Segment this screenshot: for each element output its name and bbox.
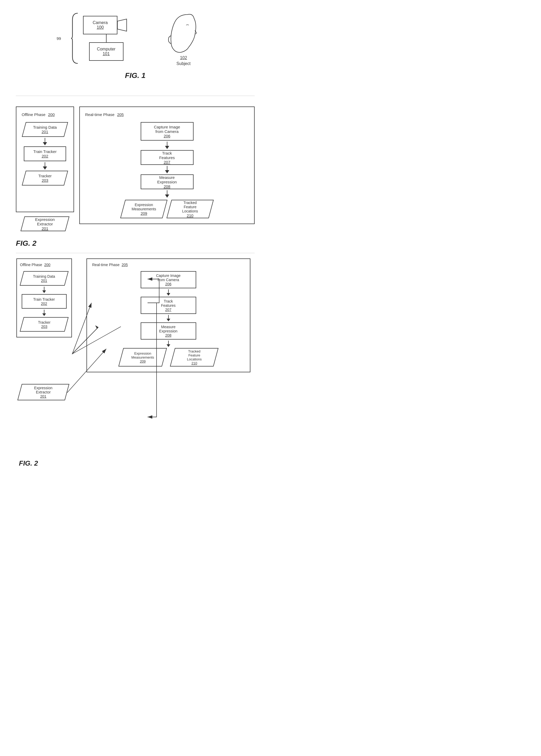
measure-expression-box: MeasureExpression 208 xyxy=(141,174,194,189)
track-features-label: TrackFeatures xyxy=(159,151,175,160)
expr-meas-item: ExpressionMeasurements 209 xyxy=(121,348,165,367)
computer-box: Computer 101 xyxy=(89,42,124,61)
realtime-phase-box: Real-time Phase 205 Capture Imagefrom Ca… xyxy=(79,107,255,224)
arrow-training-to-train xyxy=(43,138,47,145)
training-data-label: Training Data xyxy=(33,125,57,129)
train-tracker-pos: Train Tracker 202 xyxy=(22,294,67,309)
fig1-title: FIG. 1 xyxy=(125,71,146,80)
realtime-phase-label: Real-time Phase xyxy=(85,112,115,117)
expression-measurements-shape: ExpressionMeasurements 209 xyxy=(120,200,168,218)
camera-box: Camera 100 xyxy=(83,16,117,34)
fig1-diagram: 99 Camera 100 xyxy=(70,11,201,66)
realtime-items: Capture Imagefrom Camera 206 TrackFeatur… xyxy=(85,122,249,218)
train-tracker-label: Train Tracker xyxy=(33,149,57,154)
tf-num: 207 xyxy=(165,308,171,312)
rt-flow: Capture Imagefrom Camera 206 TrackFeatur… xyxy=(92,271,245,367)
tt-lbl: Train Tracker xyxy=(33,297,55,302)
svg-marker-0 xyxy=(117,19,127,31)
arrow2 xyxy=(20,310,68,316)
brace-icon xyxy=(70,12,80,65)
offline-title-row: Offline Phase 200 xyxy=(22,112,68,117)
fig2-title: FIG. 2 xyxy=(16,231,74,248)
camera-computer-stack: Camera 100 Computer 101 xyxy=(83,16,129,61)
arrow-measure-to-outputs xyxy=(165,190,169,198)
tracked-feature-locations-shape: TrackedFeatureLocations 210 xyxy=(167,200,214,218)
training-data-number: 201 xyxy=(33,129,57,134)
tracker-label: Tracker xyxy=(38,174,52,178)
connector-v xyxy=(106,34,107,42)
realtime-title-row: Real-time Phase 205 xyxy=(85,112,249,117)
train-tracker-number: 202 xyxy=(42,154,48,158)
expression-extractor-area: ExpressionExtractor 201 xyxy=(16,216,74,231)
td-lbl: Training Data xyxy=(33,274,55,279)
em-shape: ExpressionMeasurements 209 xyxy=(118,348,167,367)
fig2-full-layout: Offline Phase 200 Training Data 201 Trai… xyxy=(16,258,255,475)
ci-num: 206 xyxy=(165,282,171,286)
brace-group: 99 Camera 100 xyxy=(70,12,129,65)
tr-lbl: Tracker xyxy=(38,320,50,325)
arrow-tf-me xyxy=(167,315,170,321)
tracked-feature-locations-item: TrackedFeatureLocations 210 xyxy=(169,200,211,218)
brace-number: 99 xyxy=(57,36,61,41)
divider xyxy=(16,96,255,96)
measure-expression-pos: MeasureExpression 208 xyxy=(141,322,196,340)
expr-ext-positioned: ExpressionExtractor 201 xyxy=(20,384,67,400)
training-data-shape: Training Data 201 xyxy=(22,122,68,137)
rt-num-pos: 205 xyxy=(122,263,128,267)
arrow-train-to-tracker xyxy=(43,162,47,170)
train-tracker-box: Train Tracker 202 xyxy=(24,146,66,161)
td-num: 201 xyxy=(33,279,55,283)
expression-measurements-number: 209 xyxy=(132,211,156,216)
offline-items: Training Data 201 Train Tracker 202 xyxy=(22,122,68,185)
arrow-me-out xyxy=(167,341,170,347)
capture-image-box: Capture Imagefrom Camera 206 xyxy=(141,122,194,140)
arrow-ci-tf xyxy=(167,289,170,296)
fig1-container: 99 Camera 100 xyxy=(16,11,255,80)
capture-image-label: Capture Imagefrom Camera xyxy=(154,125,180,134)
tracked-feature-locations-label: TrackedFeatureLocations xyxy=(182,200,198,213)
right-column: Real-time Phase 205 Capture Imagefrom Ca… xyxy=(79,107,255,248)
tfl-num: 210 xyxy=(187,361,202,365)
subject-label: Subject xyxy=(176,61,190,66)
tfl-shape: TrackedFeatureLocations 210 xyxy=(170,348,219,367)
computer-number: 101 xyxy=(103,52,110,56)
tracker-para-pos: Tracker 203 xyxy=(20,317,69,332)
offline-phase-label: Offline Phase xyxy=(22,112,46,117)
fig2-container: Offline Phase 200 Training Data 201 xyxy=(16,107,255,248)
rt-label-pos: Real-time Phase xyxy=(92,263,120,267)
ee-num: 201 xyxy=(34,394,52,398)
head-profile-icon xyxy=(166,11,201,56)
output-row: ExpressionMeasurements 209 TrackedFeatur… xyxy=(121,348,216,367)
camera-number: 100 xyxy=(97,25,104,30)
tr-num: 203 xyxy=(38,325,50,329)
track-features-box: TrackFeatures 207 xyxy=(141,150,194,165)
track-features-pos: TrackFeatures 207 xyxy=(141,297,196,314)
capture-image-pos: Capture Imagefrom Camera 206 xyxy=(141,271,196,288)
expression-measurements-item: ExpressionMeasurements 209 xyxy=(123,200,165,218)
offline-phase-number: 200 xyxy=(48,112,55,117)
offline-label-pos: Offline Phase xyxy=(20,263,42,267)
arrow-capture-to-track xyxy=(165,141,169,149)
expression-measurements-label: ExpressionMeasurements xyxy=(132,203,156,211)
subject-area: 102 Subject xyxy=(166,11,201,66)
measure-expression-number: 208 xyxy=(164,184,170,189)
tfl-item: TrackedFeatureLocations 210 xyxy=(173,348,216,367)
em-num: 209 xyxy=(131,360,154,363)
track-features-number: 207 xyxy=(164,160,170,164)
arrow1 xyxy=(20,287,68,293)
fig2-row: Offline Phase 200 Training Data 201 xyxy=(16,107,255,248)
fig2-label-pos: FIG. 2 xyxy=(19,459,38,467)
me-num: 208 xyxy=(165,333,171,338)
left-column: Offline Phase 200 Training Data 201 xyxy=(16,107,74,248)
measure-expression-label: MeasureExpression xyxy=(157,175,177,184)
tracker-shape: Tracker 203 xyxy=(22,171,68,185)
expression-extractor-label: ExpressionExtractor xyxy=(35,217,55,226)
expression-extractor-number: 201 xyxy=(35,226,55,231)
tt-num: 202 xyxy=(41,302,47,306)
offline-num-pos: 200 xyxy=(44,263,50,267)
offline-phase-box: Offline Phase 200 Training Data 201 xyxy=(16,107,74,212)
arrow-track-to-measure xyxy=(165,166,169,173)
computer-label: Computer xyxy=(97,47,115,52)
expression-extractor-shape: ExpressionExtractor 201 xyxy=(20,216,69,231)
offline-phase-positioned: Offline Phase 200 Training Data 201 Trai… xyxy=(16,258,72,338)
